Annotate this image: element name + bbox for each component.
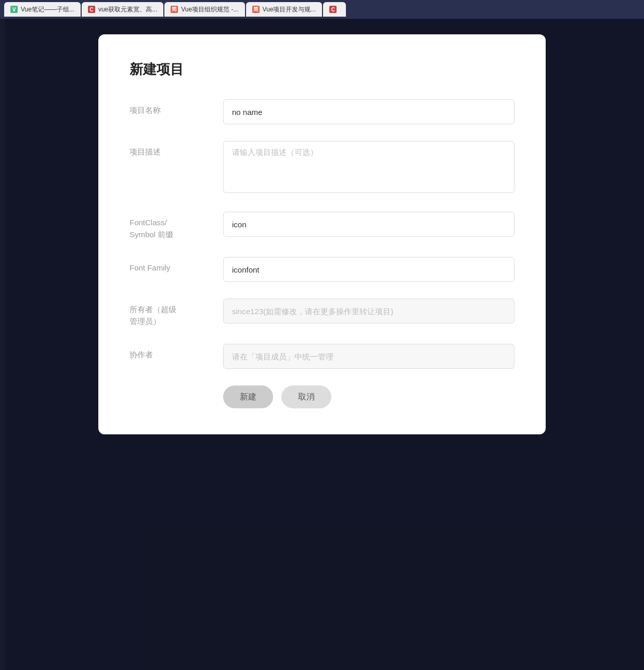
form-row-font-class: FontClass/Symbol 前缀 — [130, 212, 514, 240]
label-project-name: 项目名称 — [130, 99, 223, 117]
tab-label-3: Vue项目组织规范 -... — [181, 5, 238, 14]
tab-favicon-5: C — [329, 6, 337, 13]
input-collaborator — [223, 344, 514, 369]
tab-favicon-3: 简 — [171, 6, 178, 13]
input-wrap-font-family — [223, 257, 514, 282]
label-collaborator: 协作者 — [130, 344, 223, 361]
input-project-name[interactable] — [223, 99, 514, 124]
tab-2[interactable]: C vue获取元素宽、高... — [82, 2, 163, 17]
label-owner: 所有者（超级管理员） — [130, 299, 223, 327]
tab-label-4: Vue项目开发与规... — [263, 5, 316, 14]
tab-3[interactable]: 简 Vue项目组织规范 -... — [164, 2, 244, 17]
tab-4[interactable]: 简 Vue项目开发与规... — [246, 2, 323, 17]
tab-label-1: Vue笔记——子组... — [21, 5, 74, 14]
modal-dialog: 新建项目 项目名称 项目描述 FontClass/Symbol 前缀 Font … — [98, 34, 546, 434]
textarea-project-desc[interactable] — [223, 141, 514, 193]
label-font-family: Font Family — [130, 257, 223, 274]
tab-5[interactable]: C — [323, 2, 346, 17]
input-font-class[interactable] — [223, 212, 514, 237]
form-row-project-desc: 项目描述 — [130, 141, 514, 195]
cancel-button[interactable]: 取消 — [281, 385, 331, 408]
create-button[interactable]: 新建 — [223, 385, 273, 408]
input-wrap-collaborator — [223, 344, 514, 369]
form-row-collaborator: 协作者 — [130, 344, 514, 369]
label-font-class: FontClass/Symbol 前缀 — [130, 212, 223, 240]
form-row-font-family: Font Family — [130, 257, 514, 282]
modal-overlay: 新建项目 项目名称 项目描述 FontClass/Symbol 前缀 Font … — [0, 19, 644, 670]
tab-favicon-4: 简 — [252, 6, 260, 13]
tab-1[interactable]: V Vue笔记——子组... — [4, 2, 81, 17]
input-wrap-font-class — [223, 212, 514, 237]
input-font-family[interactable] — [223, 257, 514, 282]
button-row: 新建 取消 — [130, 385, 514, 408]
browser-tabs: V Vue笔记——子组... C vue获取元素宽、高... 简 Vue项目组织… — [0, 0, 644, 19]
label-project-desc: 项目描述 — [130, 141, 223, 158]
form-row-project-name: 项目名称 — [130, 99, 514, 124]
modal-title: 新建项目 — [130, 60, 514, 79]
input-wrap-project-name — [223, 99, 514, 124]
tab-favicon-1: V — [10, 6, 18, 13]
input-wrap-project-desc — [223, 141, 514, 195]
input-wrap-owner — [223, 299, 514, 324]
tab-label-2: vue获取元素宽、高... — [98, 5, 157, 14]
tab-favicon-2: C — [88, 6, 95, 13]
form-row-owner: 所有者（超级管理员） — [130, 299, 514, 327]
input-owner — [223, 299, 514, 324]
